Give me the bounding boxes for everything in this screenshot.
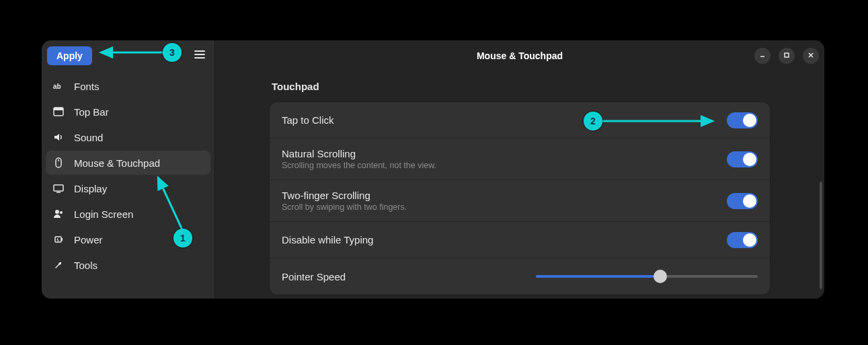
svg-point-8 <box>60 211 63 214</box>
settings-card: Tap to Click Natural Scrolling Scrolling… <box>269 102 771 295</box>
setting-label: Natural Scrolling Scrolling moves the co… <box>282 148 436 170</box>
menu-icon <box>194 50 205 62</box>
mouse-icon <box>52 157 65 169</box>
section-title: Touchpad <box>272 81 771 92</box>
sidebar-item-label: Display <box>74 183 107 194</box>
svg-rect-10 <box>61 238 63 241</box>
display-icon <box>52 182 65 194</box>
sound-icon <box>52 131 65 143</box>
setting-two-finger-scrolling: Two-finger Scrolling Scroll by swiping w… <box>270 180 770 222</box>
window-controls <box>754 40 819 71</box>
minimize-icon <box>759 52 766 60</box>
content-header: Mouse & Touchpad <box>215 40 824 71</box>
sidebar-item-fonts[interactable]: ab Fonts <box>46 74 210 98</box>
scrollbar[interactable] <box>820 182 822 289</box>
apply-button[interactable]: Apply <box>47 46 92 65</box>
content-area: Mouse & Touchpad Touchpad Tap to Click <box>215 40 824 299</box>
setting-natural-scrolling: Natural Scrolling Scrolling moves the co… <box>270 139 770 180</box>
sidebar-item-sound[interactable]: Sound <box>46 125 210 149</box>
setting-title: Tap to Click <box>282 114 334 126</box>
maximize-icon <box>783 52 790 60</box>
pointer-speed-slider[interactable] <box>536 270 758 283</box>
setting-label: Disable while Typing <box>282 234 373 245</box>
sidebar-item-label: Sound <box>74 132 103 143</box>
login-icon <box>52 208 65 220</box>
setting-control <box>727 112 758 128</box>
sidebar-item-label: Login Screen <box>74 208 133 220</box>
sidebar-list: ab Fonts Top Bar Sound Mous <box>42 71 214 280</box>
tools-icon <box>52 259 65 271</box>
menu-button[interactable] <box>190 46 209 65</box>
sidebar-item-login-screen[interactable]: Login Screen <box>46 202 210 226</box>
setting-control <box>727 193 758 209</box>
setting-disable-while-typing: Disable while Typing <box>270 222 770 258</box>
setting-label: Tap to Click <box>282 114 334 126</box>
sidebar-item-topbar[interactable]: Top Bar <box>46 100 210 124</box>
svg-rect-12 <box>785 53 789 57</box>
close-button[interactable] <box>803 48 819 64</box>
setting-title: Pointer Speed <box>282 271 346 282</box>
sidebar-header: Apply <box>42 40 214 71</box>
settings-window: Apply ab Fonts Top Bar <box>42 40 824 299</box>
svg-rect-5 <box>54 185 63 191</box>
setting-title: Two-finger Scrolling <box>282 190 407 201</box>
setting-control <box>727 151 758 167</box>
maximize-button[interactable] <box>779 48 795 64</box>
tap-to-click-switch[interactable] <box>727 112 758 128</box>
sidebar-item-label: Tools <box>74 260 97 271</box>
sidebar-item-label: Power <box>74 234 103 245</box>
svg-point-7 <box>55 210 59 214</box>
sidebar: Apply ab Fonts Top Bar <box>42 40 215 299</box>
page-title: Mouse & Touchpad <box>477 50 563 61</box>
sidebar-item-label: Mouse & Touchpad <box>74 157 160 169</box>
setting-control <box>536 270 758 283</box>
two-finger-scrolling-switch[interactable] <box>727 193 758 209</box>
setting-title: Disable while Typing <box>282 234 373 245</box>
setting-desc: Scrolling moves the content, not the vie… <box>282 161 436 170</box>
sidebar-item-label: Top Bar <box>74 106 109 118</box>
minimize-button[interactable] <box>754 48 771 64</box>
close-icon <box>807 52 814 60</box>
sidebar-item-power[interactable]: Power <box>46 227 210 252</box>
setting-tap-to-click: Tap to Click <box>270 102 770 139</box>
svg-rect-2 <box>54 108 63 110</box>
sidebar-item-mouse-touchpad[interactable]: Mouse & Touchpad <box>46 151 210 175</box>
topbar-icon <box>52 106 65 118</box>
sidebar-item-label: Fonts <box>74 81 100 92</box>
setting-title: Natural Scrolling <box>282 148 436 159</box>
setting-pointer-speed: Pointer Speed <box>270 258 770 295</box>
natural-scrolling-switch[interactable] <box>727 151 758 167</box>
sidebar-item-display[interactable]: Display <box>46 176 210 200</box>
svg-text:ab: ab <box>53 83 61 90</box>
setting-desc: Scroll by swiping with two fingers. <box>282 202 407 212</box>
power-icon <box>52 233 65 245</box>
setting-label: Two-finger Scrolling Scroll by swiping w… <box>282 190 407 212</box>
setting-label: Pointer Speed <box>282 271 346 282</box>
sidebar-item-tools[interactable]: Tools <box>46 253 210 277</box>
content-body: Touchpad Tap to Click Natural Scrolling … <box>215 71 824 299</box>
disable-while-typing-switch[interactable] <box>727 232 758 248</box>
setting-control <box>727 232 758 248</box>
fonts-icon: ab <box>52 80 65 92</box>
